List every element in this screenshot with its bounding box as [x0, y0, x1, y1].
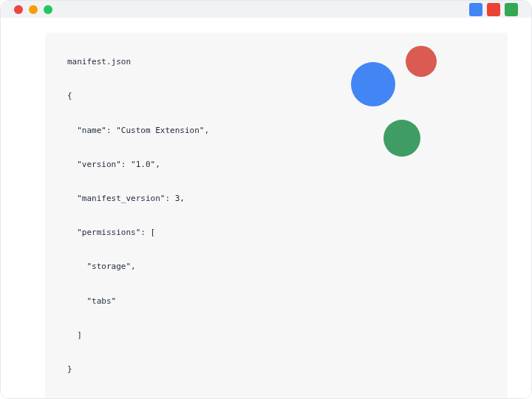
- window-controls: [14, 5, 52, 14]
- code-line: "manifest_version": 3,: [67, 194, 185, 203]
- titlebar: [1, 1, 531, 18]
- code-line: "storage",: [67, 262, 136, 271]
- code-line: "name": "Custom Extension",: [67, 126, 209, 135]
- swatch-green-icon: [505, 3, 518, 16]
- code-line: {: [67, 91, 72, 100]
- swatch-red-icon: [487, 3, 500, 16]
- code-line: "tabs": [67, 296, 116, 306]
- code-filename: manifest.json: [67, 57, 131, 66]
- color-swatch-group: [469, 3, 518, 16]
- close-window-icon[interactable]: [14, 5, 23, 14]
- code-block: manifest.json { "name": "Custom Extensio…: [67, 53, 485, 378]
- swatch-blue-icon: [469, 3, 482, 16]
- decor-circle-green-icon: [383, 120, 420, 157]
- minimize-window-icon[interactable]: [29, 5, 38, 14]
- code-line: "permissions": [: [67, 228, 155, 237]
- decor-circle-blue-icon: [351, 62, 395, 106]
- code-line: ]: [67, 330, 82, 340]
- code-panel: manifest.json { "name": "Custom Extensio…: [45, 33, 508, 398]
- decor-circle-red-icon: [406, 46, 437, 77]
- maximize-window-icon[interactable]: [44, 5, 52, 14]
- content-area: manifest.json { "name": "Custom Extensio…: [1, 18, 531, 398]
- app-window: manifest.json { "name": "Custom Extensio…: [0, 0, 532, 399]
- code-line: "version": "1.0",: [67, 160, 160, 169]
- code-line: }: [67, 364, 72, 374]
